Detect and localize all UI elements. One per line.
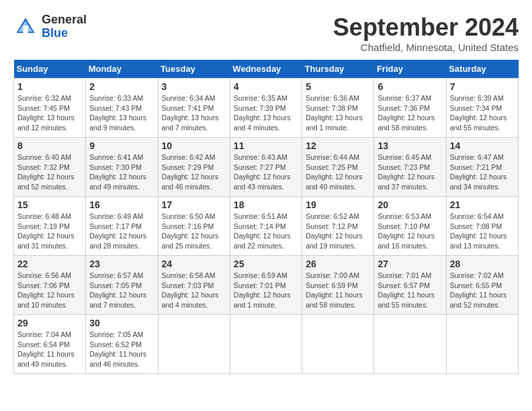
calendar-cell: 9 Sunrise: 6:41 AM Sunset: 7:30 PM Dayli… [86, 138, 158, 197]
sunrise: Sunrise: 6:57 AM [89, 271, 143, 279]
sunset: Sunset: 7:01 PM [234, 281, 286, 289]
sunrise: Sunrise: 6:36 AM [306, 94, 359, 102]
day-info: Sunrise: 6:36 AM Sunset: 7:38 PM Dayligh… [306, 93, 370, 133]
sunset: Sunset: 7:34 PM [450, 104, 502, 112]
sunset: Sunset: 7:23 PM [378, 163, 430, 171]
calendar-cell: 30 Sunrise: 7:05 AM Sunset: 6:52 PM Dayl… [86, 315, 158, 374]
day-number: 9 [89, 140, 154, 151]
day-number: 17 [162, 199, 226, 210]
day-info: Sunrise: 7:00 AM Sunset: 6:59 PM Dayligh… [306, 271, 370, 310]
day-info: Sunrise: 6:33 AM Sunset: 7:43 PM Dayligh… [89, 93, 154, 133]
daylight: Daylight: 12 hours and 43 minutes. [234, 173, 291, 191]
sunrise: Sunrise: 6:54 AM [450, 212, 504, 220]
day-info: Sunrise: 6:56 AM Sunset: 7:06 PM Dayligh… [17, 271, 82, 310]
sunset: Sunset: 7:30 PM [89, 163, 142, 171]
day-info: Sunrise: 6:48 AM Sunset: 7:19 PM Dayligh… [17, 212, 82, 251]
daylight: Daylight: 11 hours and 49 minutes. [17, 350, 75, 368]
sunset: Sunset: 6:59 PM [306, 281, 358, 289]
day-info: Sunrise: 6:58 AM Sunset: 7:03 PM Dayligh… [162, 271, 226, 310]
daylight: Daylight: 12 hours and 34 minutes. [450, 173, 507, 191]
page-header: General Blue September 2024 Chatfield, M… [13, 13, 519, 53]
svg-rect-2 [23, 26, 28, 33]
sunset: Sunset: 7:19 PM [17, 222, 70, 230]
col-friday: Friday [374, 60, 446, 79]
day-number: 11 [234, 140, 298, 151]
sunrise: Sunrise: 6:47 AM [450, 153, 504, 161]
sunset: Sunset: 7:16 PM [162, 222, 214, 230]
daylight: Daylight: 12 hours and 22 minutes. [234, 232, 291, 250]
daylight: Daylight: 12 hours and 25 minutes. [162, 232, 219, 250]
daylight: Daylight: 11 hours and 46 minutes. [89, 350, 146, 368]
day-info: Sunrise: 6:37 AM Sunset: 7:36 PM Dayligh… [378, 93, 442, 133]
sunrise: Sunrise: 7:02 AM [450, 271, 504, 279]
logo-blue: Blue [42, 27, 87, 40]
calendar-cell: 14 Sunrise: 6:47 AM Sunset: 7:21 PM Dayl… [446, 138, 518, 197]
day-info: Sunrise: 6:52 AM Sunset: 7:12 PM Dayligh… [306, 212, 370, 251]
day-info: Sunrise: 7:05 AM Sunset: 6:52 PM Dayligh… [89, 330, 154, 369]
daylight: Daylight: 12 hours and 1 minute. [234, 291, 291, 309]
daylight: Daylight: 12 hours and 16 minutes. [378, 232, 435, 250]
sunrise: Sunrise: 6:48 AM [17, 212, 71, 220]
sunset: Sunset: 7:25 PM [306, 163, 358, 171]
sunrise: Sunrise: 6:45 AM [378, 153, 431, 161]
day-info: Sunrise: 6:35 AM Sunset: 7:39 PM Dayligh… [234, 93, 298, 133]
sunset: Sunset: 7:43 PM [89, 104, 142, 112]
sunset: Sunset: 6:55 PM [450, 281, 502, 289]
day-number: 10 [162, 140, 226, 151]
calendar-cell: 5 Sunrise: 6:36 AM Sunset: 7:38 PM Dayli… [302, 79, 374, 138]
calendar-cell: 13 Sunrise: 6:45 AM Sunset: 7:23 PM Dayl… [374, 138, 446, 197]
sunrise: Sunrise: 6:42 AM [162, 153, 216, 161]
calendar-cell: 12 Sunrise: 6:44 AM Sunset: 7:25 PM Dayl… [302, 138, 374, 197]
day-info: Sunrise: 6:47 AM Sunset: 7:21 PM Dayligh… [450, 152, 515, 192]
sunrise: Sunrise: 7:05 AM [89, 330, 143, 338]
day-info: Sunrise: 7:01 AM Sunset: 6:57 PM Dayligh… [378, 271, 442, 310]
day-info: Sunrise: 6:43 AM Sunset: 7:27 PM Dayligh… [234, 152, 298, 192]
daylight: Daylight: 12 hours and 40 minutes. [306, 173, 363, 191]
sunrise: Sunrise: 6:39 AM [450, 94, 504, 102]
day-number: 14 [450, 140, 515, 151]
calendar-cell: 15 Sunrise: 6:48 AM Sunset: 7:19 PM Dayl… [14, 197, 86, 256]
week-row-5: 29 Sunrise: 7:04 AM Sunset: 6:54 PM Dayl… [14, 315, 519, 374]
sunset: Sunset: 7:32 PM [17, 163, 70, 171]
daylight: Daylight: 12 hours and 58 minutes. [378, 113, 435, 132]
daylight: Daylight: 12 hours and 55 minutes. [450, 113, 507, 132]
daylight: Daylight: 12 hours and 31 minutes. [17, 232, 75, 250]
col-saturday: Saturday [446, 60, 518, 79]
sunset: Sunset: 7:05 PM [89, 281, 142, 289]
sunset: Sunset: 7:29 PM [162, 163, 214, 171]
sunset: Sunset: 7:45 PM [17, 104, 70, 112]
sunrise: Sunrise: 6:44 AM [306, 153, 359, 161]
logo-icon [13, 15, 38, 39]
sunrise: Sunrise: 6:41 AM [89, 153, 143, 161]
day-number: 27 [378, 259, 442, 269]
sunrise: Sunrise: 6:58 AM [162, 271, 216, 279]
day-number: 23 [89, 259, 154, 269]
sunset: Sunset: 7:27 PM [234, 163, 286, 171]
calendar-cell: 23 Sunrise: 6:57 AM Sunset: 7:05 PM Dayl… [86, 256, 158, 315]
day-number: 15 [17, 199, 82, 210]
daylight: Daylight: 13 hours and 4 minutes. [234, 113, 291, 132]
daylight: Daylight: 12 hours and 28 minutes. [89, 232, 146, 250]
day-number: 2 [89, 81, 154, 92]
week-row-1: 1 Sunrise: 6:32 AM Sunset: 7:45 PM Dayli… [14, 79, 519, 138]
calendar-cell: 19 Sunrise: 6:52 AM Sunset: 7:12 PM Dayl… [302, 197, 374, 256]
day-info: Sunrise: 6:57 AM Sunset: 7:05 PM Dayligh… [89, 271, 154, 310]
daylight: Daylight: 11 hours and 58 minutes. [306, 291, 363, 309]
calendar-cell: 27 Sunrise: 7:01 AM Sunset: 6:57 PM Dayl… [374, 256, 446, 315]
calendar-cell: 3 Sunrise: 6:34 AM Sunset: 7:41 PM Dayli… [158, 79, 230, 138]
col-tuesday: Tuesday [158, 60, 230, 79]
day-info: Sunrise: 6:39 AM Sunset: 7:34 PM Dayligh… [450, 93, 515, 133]
day-info: Sunrise: 7:02 AM Sunset: 6:55 PM Dayligh… [450, 271, 515, 310]
day-info: Sunrise: 6:50 AM Sunset: 7:16 PM Dayligh… [162, 212, 226, 251]
sunrise: Sunrise: 6:32 AM [17, 94, 71, 102]
day-number: 20 [378, 199, 442, 210]
sunset: Sunset: 7:21 PM [450, 163, 502, 171]
day-info: Sunrise: 6:45 AM Sunset: 7:23 PM Dayligh… [378, 152, 442, 192]
col-wednesday: Wednesday [230, 60, 302, 79]
daylight: Daylight: 12 hours and 7 minutes. [89, 291, 146, 309]
sunset: Sunset: 7:06 PM [17, 281, 70, 289]
day-info: Sunrise: 6:54 AM Sunset: 7:08 PM Dayligh… [450, 212, 515, 251]
calendar-cell: 28 Sunrise: 7:02 AM Sunset: 6:55 PM Dayl… [446, 256, 518, 315]
calendar-cell: 26 Sunrise: 7:00 AM Sunset: 6:59 PM Dayl… [302, 256, 374, 315]
daylight: Daylight: 13 hours and 12 minutes. [17, 113, 75, 132]
